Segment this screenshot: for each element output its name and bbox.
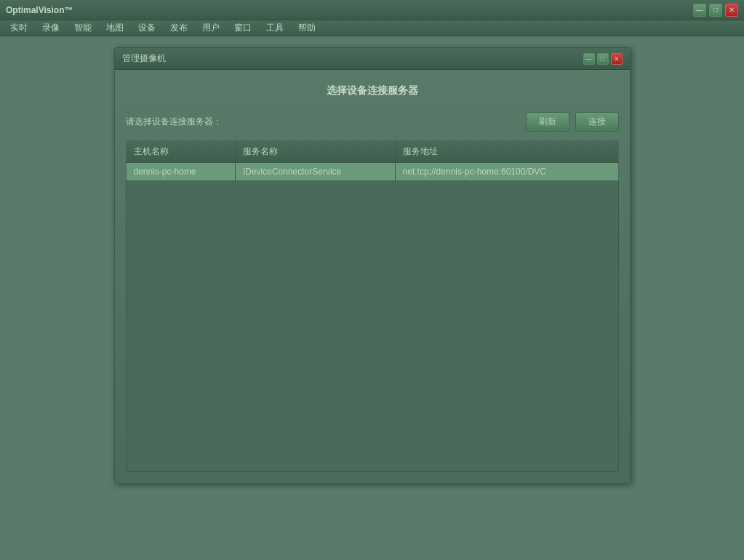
dialog-label: 请选择设备连接服务器：: [126, 116, 222, 128]
dialog-maximize-button[interactable]: □: [597, 53, 609, 65]
title-bar-left: OptimalVision™: [6, 5, 73, 15]
col-address: 服务地址: [395, 141, 618, 163]
close-button[interactable]: ✕: [725, 4, 738, 17]
dialog-buttons: 刷新 连接: [526, 112, 619, 132]
cell-service: IDeviceConnectorService: [235, 163, 395, 181]
resize-indicator: ..: [735, 549, 740, 557]
menu-item-recording[interactable]: 录像: [35, 20, 67, 36]
menu-item-device[interactable]: 设备: [131, 20, 163, 36]
table-body: dennis-pc-home IDeviceConnectorService n…: [126, 163, 618, 181]
dialog-content: 选择设备连接服务器 请选择设备连接服务器： 刷新 连接 主机名称 服务名称 服务…: [115, 70, 630, 483]
table-row[interactable]: dennis-pc-home IDeviceConnectorService n…: [126, 163, 618, 181]
table-header: 主机名称 服务名称 服务地址: [126, 141, 618, 163]
menu-item-publish[interactable]: 发布: [163, 20, 195, 36]
main-area: 管理摄像机 — □ ✕ 选择设备连接服务器 请选择设备连接服务器： 刷新 连接: [0, 36, 744, 560]
maximize-button[interactable]: □: [709, 4, 722, 17]
menu-bar: 实时 录像 智能 地图 设备 发布 用户 窗口 工具 帮助: [0, 20, 744, 36]
dialog-title-text: 管理摄像机: [122, 52, 166, 65]
dialog-title-bar: 管理摄像机 — □ ✕: [115, 48, 630, 70]
dialog-controls: — □ ✕: [583, 53, 623, 65]
title-bar-controls: — □ ✕: [693, 4, 738, 17]
table-header-row: 主机名称 服务名称 服务地址: [126, 141, 618, 163]
app-title: OptimalVision™: [6, 5, 73, 15]
dialog-close-button[interactable]: ✕: [611, 53, 623, 65]
dialog-control-row: 请选择设备连接服务器： 刷新 连接: [126, 112, 619, 132]
dialog-minimize-button[interactable]: —: [583, 53, 595, 65]
server-table: 主机名称 服务名称 服务地址 dennis-pc-home IDeviceCon…: [126, 140, 619, 181]
connect-button[interactable]: 连接: [575, 112, 619, 132]
table-empty-area: [126, 181, 619, 472]
cell-address: net.tcp://dennis-pc-home:60100/DVC: [395, 163, 618, 181]
minimize-button[interactable]: —: [693, 4, 706, 17]
col-service: 服务名称: [235, 141, 395, 163]
menu-item-help[interactable]: 帮助: [291, 20, 323, 36]
menu-item-realtime[interactable]: 实时: [3, 20, 35, 36]
menu-item-window[interactable]: 窗口: [227, 20, 259, 36]
dialog-manage-camera: 管理摄像机 — □ ✕ 选择设备连接服务器 请选择设备连接服务器： 刷新 连接: [114, 47, 631, 484]
refresh-button[interactable]: 刷新: [526, 112, 569, 132]
menu-item-tools[interactable]: 工具: [259, 20, 291, 36]
dialog-subtitle: 选择设备连接服务器: [126, 84, 619, 97]
title-bar: OptimalVision™ — □ ✕: [0, 0, 744, 20]
menu-item-user[interactable]: 用户: [195, 20, 227, 36]
col-host: 主机名称: [126, 141, 235, 163]
cell-host: dennis-pc-home: [126, 163, 235, 181]
menu-item-map[interactable]: 地图: [99, 20, 131, 36]
menu-item-intelligent[interactable]: 智能: [67, 20, 99, 36]
